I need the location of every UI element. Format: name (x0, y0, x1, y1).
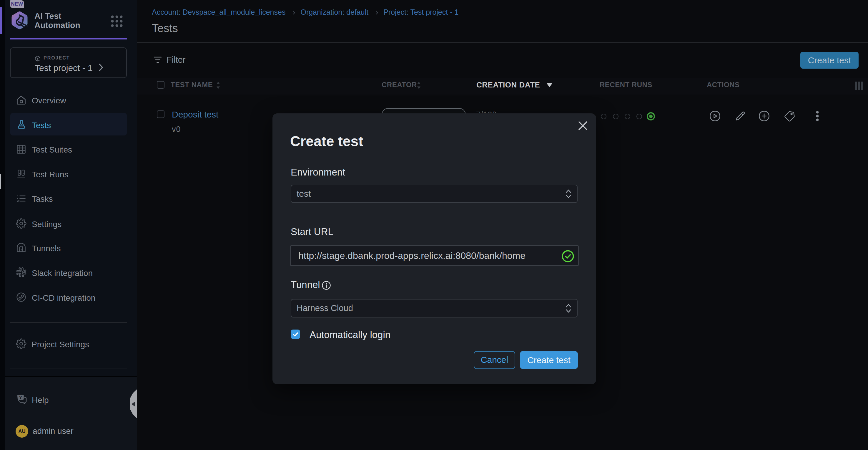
svg-text:?: ? (19, 395, 22, 400)
